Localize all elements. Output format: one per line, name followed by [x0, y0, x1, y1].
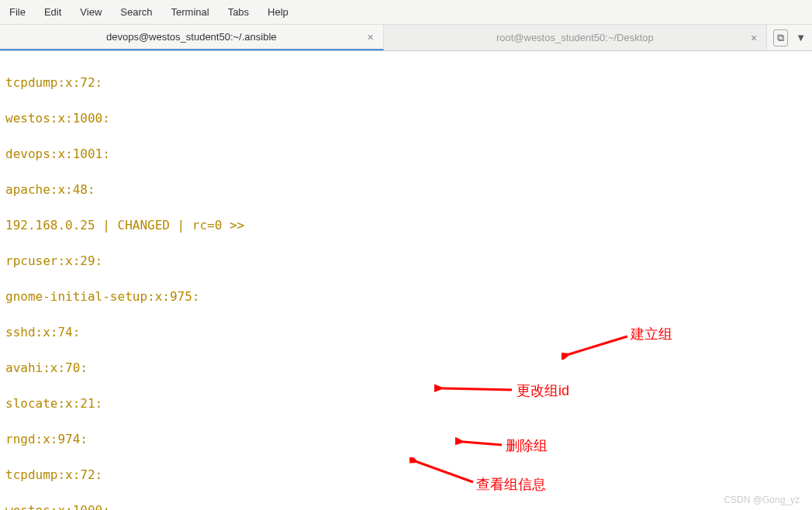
watermark: CSDN @Gong_yz: [724, 494, 800, 505]
tab-active-label: devops@westos_student50:~/.ansible: [106, 31, 277, 43]
tab-inactive-label: root@westos_student50:~/Desktop: [496, 32, 654, 43]
menubar: File Edit View Search Terminal Tabs Help: [0, 0, 812, 25]
terminal-line: westos:x:1000:: [5, 501, 807, 510]
terminal-line: 192.168.0.25 | CHANGED | rc=0 >>: [5, 216, 807, 234]
annotation-change-gid: 更改组id: [517, 382, 569, 400]
menu-view[interactable]: View: [71, 3, 111, 21]
annotation-delete-group: 删除组: [506, 437, 548, 455]
tab-controls: ⧉ ▼: [767, 29, 812, 47]
annotation-create-group: 建立组: [631, 326, 672, 343]
terminal-line: slocate:x:21:: [5, 395, 807, 412]
terminal-line: gnome-initial-setup:x:975:: [5, 288, 807, 305]
menu-tabs[interactable]: Tabs: [219, 3, 258, 21]
menu-help[interactable]: Help: [258, 3, 298, 21]
menu-file[interactable]: File: [0, 3, 35, 21]
terminal-line: westos:x:1000:: [5, 109, 807, 127]
menu-terminal[interactable]: Terminal: [162, 3, 219, 21]
tab-inactive[interactable]: root@westos_student50:~/Desktop ×: [384, 25, 768, 50]
terminal[interactable]: tcpdump:x:72: westos:x:1000: devops:x:10…: [0, 51, 812, 510]
terminal-line: avahi:x:70:: [5, 359, 807, 377]
menu-edit[interactable]: Edit: [35, 3, 71, 21]
terminal-line: rpcuser:x:29:: [5, 252, 807, 270]
terminal-line: devops:x:1001:: [5, 145, 807, 163]
tab-active[interactable]: devops@westos_student50:~/.ansible ×: [0, 25, 384, 50]
tab-inactive-close[interactable]: ×: [751, 32, 757, 44]
terminal-line: rngd:x:974:: [5, 430, 807, 448]
tab-active-close[interactable]: ×: [367, 31, 373, 43]
terminal-line: apache:x:48:: [5, 181, 807, 198]
svg-line-3: [442, 388, 512, 390]
tab-dropdown-icon[interactable]: ▼: [796, 32, 806, 43]
new-tab-icon[interactable]: ⧉: [773, 29, 788, 47]
terminal-line: tcpdump:x:72:: [5, 466, 807, 484]
annotation-view-group: 查看组信息: [476, 476, 546, 494]
terminal-line: tcpdump:x:72:: [5, 74, 807, 91]
menu-search[interactable]: Search: [111, 3, 161, 21]
tabbar: devops@westos_student50:~/.ansible × roo…: [0, 25, 812, 51]
terminal-line: sshd:x:74:: [5, 323, 807, 341]
